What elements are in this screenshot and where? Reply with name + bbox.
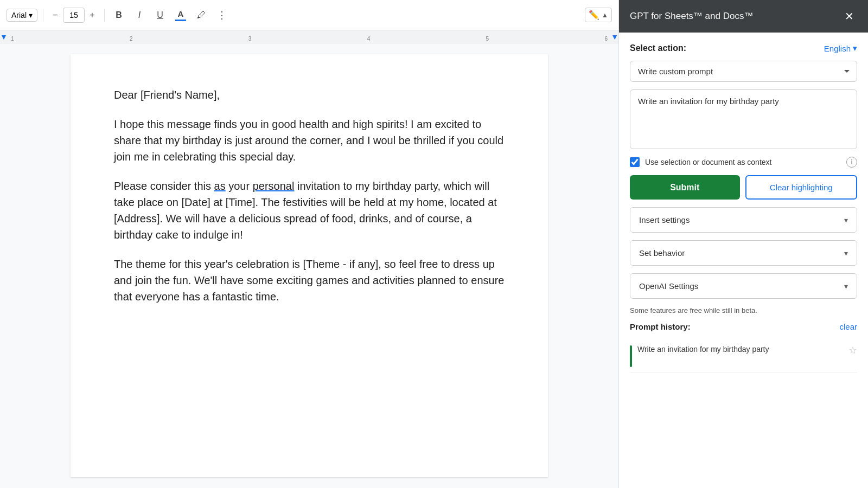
clear-history-button[interactable]: clear — [839, 322, 857, 331]
toolbar-divider-2 — [104, 9, 105, 22]
intro-paragraph: I hope this message finds you in good he… — [114, 116, 505, 165]
ruler-arrow-left: ▼ — [0, 33, 8, 41]
insert-settings-chevron-icon: ▾ — [844, 216, 848, 224]
font-selector[interactable]: Arial ▾ — [7, 9, 37, 22]
insert-settings-label: Insert settings — [639, 215, 690, 224]
set-behavior-header[interactable]: Set behavior ▾ — [630, 241, 857, 265]
close-panel-button[interactable]: ✕ — [841, 8, 857, 24]
pencil-dropdown-arrow: ▲ — [602, 11, 608, 19]
panel-body: Select action: English ▾ Write custom pr… — [619, 33, 868, 488]
action-dropdown[interactable]: Write custom prompt Translate Summarize … — [630, 61, 857, 82]
checkbox-label: Use selection or document as context — [645, 158, 841, 166]
set-behavior-chevron-icon: ▾ — [844, 249, 848, 258]
prompt-textarea[interactable]: Write an invitation for my birthday part… — [630, 89, 857, 149]
font-dropdown-arrow: ▾ — [29, 11, 33, 20]
ruler-marks: 1 2 3 4 5 6 — [0, 36, 618, 42]
insert-settings-header[interactable]: Insert settings ▾ — [630, 208, 857, 232]
panel-title: GPT for Sheets™ and Docs™ — [630, 11, 753, 22]
document-page: Dear [Friend's Name], I hope this messag… — [71, 54, 548, 477]
toolbar-divider-1 — [43, 9, 43, 22]
italic-button[interactable]: I — [131, 7, 148, 24]
select-action-label: Select action: — [630, 43, 686, 53]
action-buttons: Submit Clear highlighting — [630, 175, 857, 200]
invitation-part1: Please consider this — [114, 180, 214, 192]
history-item: Write an invitation for my birthday part… — [630, 339, 857, 373]
invitation-paragraph: Please consider this as your personal in… — [114, 178, 505, 243]
checkbox-row: Use selection or document as context i — [630, 157, 857, 168]
pencil-mode-group[interactable]: ✏️ ▲ — [585, 8, 612, 22]
beta-note: Some features are free while still in be… — [630, 306, 857, 314]
openai-settings-header[interactable]: OpenAI Settings ▾ — [630, 274, 857, 298]
history-item-bar — [630, 345, 632, 367]
prompt-history-header: Prompt history: clear — [630, 322, 857, 331]
star-icon[interactable]: ☆ — [848, 344, 857, 356]
pencil-icon: ✏️ — [589, 10, 599, 20]
openai-settings-chevron-icon: ▾ — [844, 282, 848, 291]
set-behavior-section: Set behavior ▾ — [630, 240, 857, 266]
history-item-text: Write an invitation for my birthday part… — [637, 344, 843, 355]
ruler: ▼ 1 2 3 4 5 6 ▼ — [0, 30, 618, 43]
ruler-arrow-right: ▼ — [611, 33, 618, 41]
bold-button[interactable]: B — [110, 7, 127, 24]
language-label: English — [824, 44, 851, 53]
font-size-increase-button[interactable]: + — [86, 9, 99, 22]
font-size-control: − + — [49, 8, 99, 23]
document-text: Dear [Friend's Name], I hope this messag… — [114, 87, 505, 305]
prompt-history-title: Prompt history: — [630, 322, 691, 331]
font-size-decrease-button[interactable]: − — [49, 9, 62, 22]
font-size-input[interactable] — [63, 8, 85, 23]
openai-settings-label: OpenAI Settings — [639, 281, 698, 291]
more-options-button[interactable]: ⋮ — [213, 7, 231, 24]
color-bar — [175, 20, 186, 21]
openai-settings-section: OpenAI Settings ▾ — [630, 273, 857, 299]
greeting-paragraph: Dear [Friend's Name], — [114, 87, 505, 103]
text-color-button[interactable]: A — [172, 7, 189, 24]
insert-settings-section: Insert settings ▾ — [630, 207, 857, 233]
language-selector-button[interactable]: English ▾ — [824, 43, 857, 53]
gpt-panel: GPT for Sheets™ and Docs™ ✕ Select actio… — [618, 0, 868, 488]
underline-button[interactable]: U — [151, 7, 169, 24]
docs-area: Arial ▾ − + B I U A 🖊 ⋮ — [0, 0, 618, 488]
info-icon[interactable]: i — [846, 157, 857, 168]
document-body[interactable]: Dear [Friend's Name], I hope this messag… — [0, 43, 618, 488]
context-checkbox[interactable] — [630, 157, 640, 167]
language-chevron-icon: ▾ — [853, 43, 857, 53]
set-behavior-label: Set behavior — [639, 248, 685, 258]
panel-header: GPT for Sheets™ and Docs™ ✕ — [619, 0, 868, 33]
invitation-personal: personal — [253, 180, 295, 192]
clear-highlighting-button[interactable]: Clear highlighting — [745, 175, 858, 200]
toolbar: Arial ▾ − + B I U A 🖊 ⋮ — [0, 0, 618, 30]
submit-button[interactable]: Submit — [630, 175, 740, 200]
invitation-part2: your — [226, 180, 253, 192]
theme-paragraph: The theme for this year's celebration is… — [114, 256, 505, 305]
invitation-as: as — [214, 180, 226, 192]
font-name: Arial — [11, 11, 27, 20]
select-action-row: Select action: English ▾ — [630, 43, 857, 53]
highlight-button[interactable]: 🖊 — [193, 7, 210, 24]
